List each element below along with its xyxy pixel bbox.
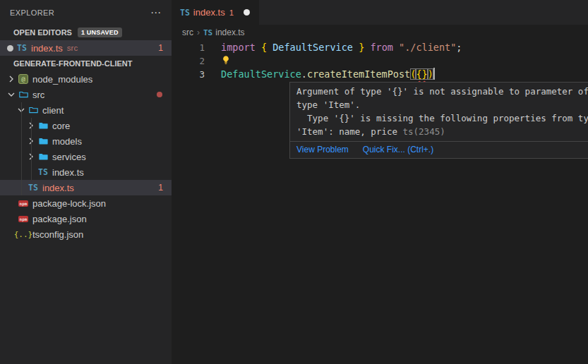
breadcrumb-folder[interactable]: src: [182, 28, 193, 37]
gutter[interactable]: 3: [172, 68, 221, 81]
open-editors-header[interactable]: OPEN EDITORS 1 UNSAVED: [0, 25, 172, 40]
tree-item-label: package-lock.json: [32, 198, 106, 209]
tree-item-tsconfig-json[interactable]: {..}tsconfig.json: [0, 226, 172, 242]
sidebar-title-row: EXPLORER ⋯: [0, 0, 172, 25]
tree-item-label: src: [32, 90, 44, 100]
error-message-line: Type '{}' is missing the following prope…: [296, 111, 588, 125]
tree-item-label: package.json: [32, 214, 87, 224]
tree-item-services[interactable]: services: [0, 149, 172, 164]
folder-icon: [37, 121, 49, 131]
chevron-right-icon[interactable]: [6, 73, 17, 85]
code-token: ): [428, 68, 433, 80]
typescript-file-icon: TS: [37, 167, 49, 177]
tree-item-node-modules[interactable]: @node_modules: [0, 71, 172, 87]
tree-item-label: client: [42, 105, 64, 116]
code-token: .: [301, 68, 307, 80]
explorer-sidebar: EXPLORER ⋯ OPEN EDITORS 1 UNSAVED TS ind…: [0, 0, 172, 364]
code-token: DefaultService: [221, 68, 301, 80]
typescript-file-icon: TS: [180, 8, 190, 18]
unsaved-badge: 1 UNSAVED: [78, 28, 122, 37]
breadcrumb: src › TS index.ts: [172, 25, 588, 40]
breadcrumb-file[interactable]: index.ts: [215, 28, 244, 37]
tree-item-core[interactable]: core: [0, 118, 172, 133]
code-editor[interactable]: 1import { DefaultService } from "./clien…: [172, 40, 588, 81]
tree-item-package-lock-json[interactable]: npmpackage-lock.json: [0, 195, 172, 211]
open-editor-description: src: [67, 44, 78, 52]
folder-open-icon: [17, 90, 30, 99]
code-token: "./client": [399, 42, 456, 53]
code-text: import { DefaultService } from "./client…: [221, 41, 462, 54]
tree-item-index-ts[interactable]: TSindex.ts: [0, 164, 172, 180]
project-root-label: GENERATE-FRONTEND-CLIENT: [13, 59, 132, 68]
tree-item-label: core: [52, 121, 70, 131]
code-token: [353, 42, 359, 53]
indent-guide: [31, 118, 32, 180]
folder-icon: [37, 152, 49, 162]
tree-item-src[interactable]: src: [0, 87, 172, 102]
error-message: Argument of type '{}' is not assignable …: [290, 83, 588, 141]
sidebar-title: EXPLORER: [10, 8, 54, 17]
code-token: [393, 42, 399, 53]
tree-item-label: tsconfig.json: [32, 229, 83, 240]
indent-guide: [21, 102, 22, 195]
tab-index-ts[interactable]: TS index.ts 1: [172, 0, 259, 25]
error-message-line: type 'Item'.: [296, 98, 588, 111]
folder-open-icon: [27, 105, 40, 115]
npm-file-icon: npm: [17, 216, 30, 222]
tab-filename: index.ts: [193, 7, 225, 18]
more-actions-icon[interactable]: ⋯: [150, 9, 162, 16]
view-problem-link[interactable]: View Problem: [296, 145, 349, 154]
vscode-window: EXPLORER ⋯ OPEN EDITORS 1 UNSAVED TS ind…: [0, 0, 588, 364]
npm-file-icon: npm: [17, 200, 30, 207]
lightbulb-icon[interactable]: [221, 55, 232, 66]
editor-group: TS index.ts 1 src › TS index.ts 1import …: [172, 0, 588, 364]
code-token: ;: [456, 42, 462, 53]
chevron-down-icon[interactable]: [6, 89, 17, 100]
code-line-2: 2: [172, 54, 588, 68]
code-token: import: [221, 42, 256, 53]
code-text: DefaultService.createItemItemPost({}): [221, 68, 435, 81]
open-editor-item-index-ts[interactable]: TS index.ts src 1: [0, 40, 172, 56]
error-count-badge: 1: [158, 43, 172, 53]
tab-dirty-indicator-icon[interactable]: [241, 9, 252, 16]
error-message-line: 'Item': name, price ts(2345): [296, 125, 588, 138]
code-token: {}: [416, 68, 427, 80]
hover-actions: View ProblemQuick Fix... (Ctrl+.): [290, 141, 588, 158]
tree-item-label: index.ts: [52, 167, 84, 178]
tab-bar: TS index.ts 1: [172, 0, 588, 25]
open-editor-filename: index.ts: [31, 43, 63, 54]
dirty-indicator-icon[interactable]: [4, 45, 16, 51]
line-number: 2: [172, 54, 205, 68]
line-number: 1: [172, 41, 205, 54]
tree-item-label: services: [52, 152, 86, 162]
code-token: {: [261, 42, 267, 53]
breadcrumb-separator-icon: ›: [197, 28, 200, 37]
typescript-file-icon: TS: [203, 28, 212, 37]
code-text: [221, 54, 234, 68]
gutter[interactable]: 1: [172, 41, 221, 54]
project-root-header[interactable]: GENERATE-FRONTEND-CLIENT: [0, 56, 172, 71]
code-token: [256, 42, 261, 53]
code-token: DefaultService: [272, 42, 353, 53]
tab-error-badge: 1: [229, 8, 234, 17]
tree-item-label: index.ts: [42, 183, 74, 193]
tree-item-package-json[interactable]: npmpackage.json: [0, 211, 172, 226]
quick-fix-ctrl-link[interactable]: Quick Fix... (Ctrl+.): [363, 145, 433, 154]
gutter[interactable]: 2: [172, 54, 221, 68]
json-config-file-icon: {..}: [17, 230, 30, 239]
open-editors-label: OPEN EDITORS: [13, 28, 72, 37]
tree-item-client[interactable]: client: [0, 102, 172, 118]
tree-item-label: models: [52, 136, 82, 147]
text-cursor: [433, 68, 435, 80]
tree-item-index-ts[interactable]: TSindex.ts1: [0, 180, 172, 195]
code-line-1: 1import { DefaultService } from "./clien…: [172, 41, 588, 54]
folder-icon: [37, 136, 49, 146]
code-token: createItemItemPost: [307, 68, 410, 80]
typescript-file-icon: TS: [27, 183, 40, 193]
typescript-file-icon: TS: [16, 43, 28, 53]
error-message-line: Argument of type '{}' is not assignable …: [296, 85, 588, 98]
line-number: 3: [172, 68, 205, 81]
node-modules-icon: @: [17, 74, 30, 84]
tree-item-models[interactable]: models: [0, 133, 172, 149]
tree-item-label: node_modules: [32, 74, 92, 85]
